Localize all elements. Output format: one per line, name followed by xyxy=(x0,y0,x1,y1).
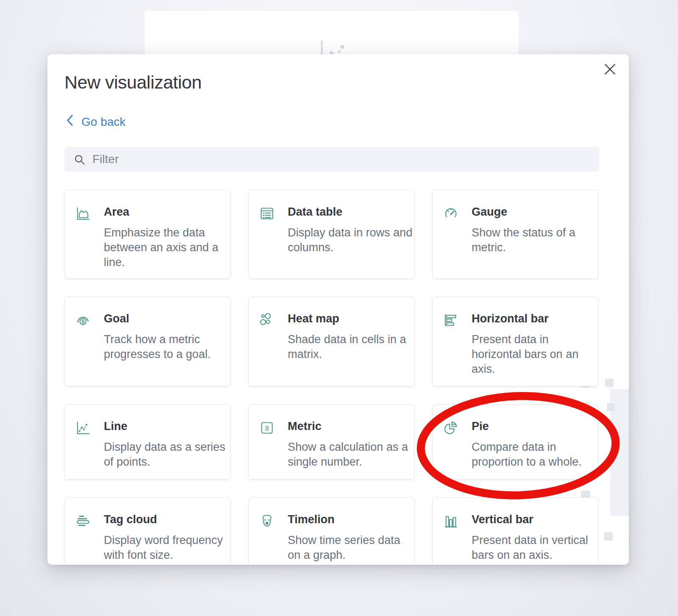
vertical-bar-icon xyxy=(443,513,459,529)
chevron-left-icon xyxy=(65,114,75,129)
watermark-square xyxy=(605,379,614,387)
card-description: Track how a metric progresses to a goal. xyxy=(104,332,232,362)
viz-card-metric[interactable]: 8 Metric Show a calculation as a single … xyxy=(248,404,414,480)
card-description: Present data in vertical bars on an axis… xyxy=(472,533,600,563)
horizontal-bar-icon xyxy=(443,312,459,328)
new-visualization-modal: New visualization Go back Area xyxy=(47,54,629,565)
go-back-label: Go back xyxy=(81,115,125,129)
card-title: Data table xyxy=(288,205,404,219)
card-title: Area xyxy=(104,205,220,219)
timelion-icon xyxy=(259,513,275,529)
line-chart-icon xyxy=(75,420,91,436)
card-description: Show the status of a metric. xyxy=(472,225,600,255)
card-title: Timelion xyxy=(288,513,404,526)
viz-card-data-table[interactable]: Data table Display data in rows and colu… xyxy=(248,190,414,279)
viz-card-area[interactable]: Area Emphasize the data between an axis … xyxy=(64,190,231,279)
watermark-square xyxy=(604,532,613,541)
viz-card-timelion[interactable]: Timelion Show time series data on a grap… xyxy=(248,497,414,565)
svg-text:8: 8 xyxy=(265,425,269,433)
viz-card-pie[interactable]: Pie Compare data in proportion to a whol… xyxy=(432,404,598,480)
card-description: Compare data in proportion to a whole. xyxy=(472,440,600,469)
svg-text:8: 8 xyxy=(81,319,84,325)
card-title: Vertical bar xyxy=(472,513,588,526)
card-description: Show time series data on a graph. xyxy=(288,533,416,563)
go-back-link[interactable]: Go back xyxy=(65,114,125,129)
card-description: Display word frequency with font size. xyxy=(104,533,232,563)
metric-icon: 8 xyxy=(259,420,275,436)
filter-field xyxy=(64,147,599,172)
card-description: Present data in horizontal bars on an ax… xyxy=(472,332,600,377)
viz-card-gauge[interactable]: Gauge Show the status of a metric. xyxy=(432,190,598,279)
modal-title: New visualization xyxy=(64,72,202,93)
card-title: Metric xyxy=(288,420,404,433)
card-title: Pie xyxy=(472,420,588,433)
card-title: Heat map xyxy=(288,312,404,325)
filter-input[interactable] xyxy=(64,147,599,172)
card-description: Display data in rows and columns. xyxy=(288,225,416,255)
viz-card-goal[interactable]: 8 Goal Track how a metric progresses to … xyxy=(64,297,231,386)
area-chart-icon xyxy=(75,205,91,222)
card-title: Gauge xyxy=(472,205,588,219)
goal-icon: 8 xyxy=(75,312,91,328)
search-icon xyxy=(74,154,86,167)
tag-cloud-icon xyxy=(75,513,91,529)
data-table-icon xyxy=(259,205,275,222)
viz-card-line[interactable]: Line Display data as a series of points. xyxy=(64,404,231,480)
viz-card-heat-map[interactable]: Heat map Shade data in cells in a matrix… xyxy=(248,297,414,386)
card-description: Shade data in cells in a matrix. xyxy=(288,332,416,362)
card-description: Show a calculation as a single number. xyxy=(288,440,416,469)
card-title: Goal xyxy=(104,312,220,325)
viz-card-tag-cloud[interactable]: Tag cloud Display word frequency with fo… xyxy=(64,497,231,565)
visualization-grid: Area Emphasize the data between an axis … xyxy=(64,190,599,565)
viz-card-horizontal-bar[interactable]: Horizontal bar Present data in horizonta… xyxy=(432,297,598,386)
close-button[interactable] xyxy=(601,61,619,79)
watermark-square xyxy=(607,403,614,411)
card-description: Emphasize the data between an axis and a… xyxy=(104,225,232,270)
viz-card-vertical-bar[interactable]: Vertical bar Present data in vertical ba… xyxy=(432,497,598,565)
gauge-icon xyxy=(443,205,459,222)
card-title: Line xyxy=(104,420,220,433)
card-description: Display data as a series of points. xyxy=(104,440,232,469)
close-icon xyxy=(604,64,616,76)
card-title: Horizontal bar xyxy=(472,312,588,325)
heat-map-icon xyxy=(259,312,275,328)
pie-chart-icon xyxy=(443,420,459,436)
card-title: Tag cloud xyxy=(104,513,220,526)
